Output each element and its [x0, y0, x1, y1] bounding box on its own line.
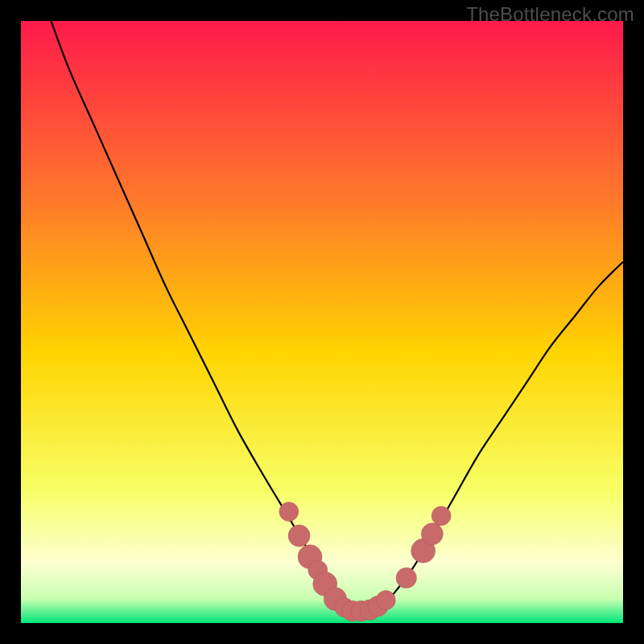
bottleneck-chart — [21, 21, 623, 623]
curve-marker — [431, 506, 451, 526]
curve-marker — [279, 502, 299, 522]
watermark-text: TheBottleneck.com — [466, 3, 634, 26]
plot-area — [21, 21, 623, 623]
gradient-bg — [21, 21, 623, 623]
curve-marker — [396, 568, 416, 588]
curve-marker — [376, 591, 395, 610]
curve-marker — [288, 525, 310, 547]
curve-marker — [421, 523, 443, 545]
chart-frame: TheBottleneck.com — [0, 0, 644, 644]
